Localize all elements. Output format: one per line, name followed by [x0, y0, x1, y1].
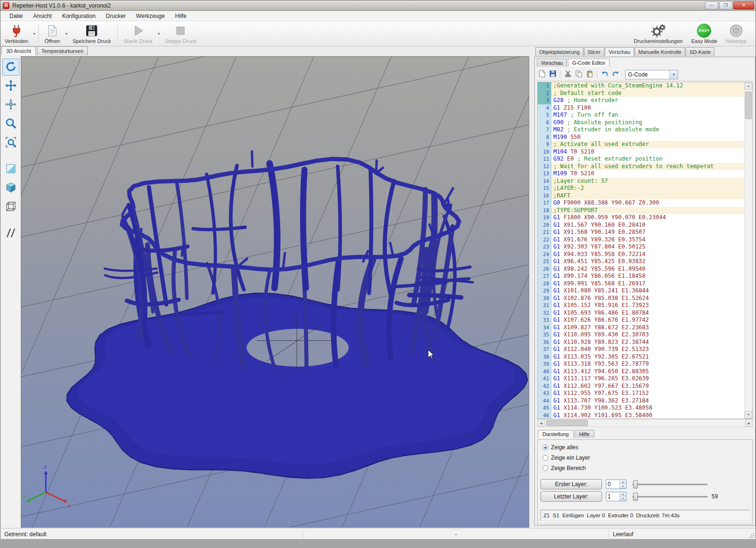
gcode-line[interactable]: 34G1 X109.827 Y88.672 E2.23683 [538, 324, 745, 332]
tab-3d-ansicht[interactable]: 3D Ansicht [1, 46, 36, 55]
easy-mode-button[interactable]: EASYEasy Mode [687, 21, 722, 46]
scroll-left-icon[interactable]: ◀ [537, 419, 545, 427]
gcode-line[interactable]: 23G1 X92.303 Y87.804 E0.50125 [538, 243, 745, 251]
slider-thumb[interactable] [633, 480, 638, 488]
tab-darstellung[interactable]: Darstellung [538, 430, 574, 438]
wireframe-view-button[interactable] [2, 198, 19, 215]
stop-print-button[interactable]: Stoppe Druck [161, 21, 201, 46]
gcode-line[interactable]: 37G1 X112.040 Y90.739 E2.51323 [538, 346, 745, 353]
gcode-line[interactable]: 6G90 ; Absolute positioning [538, 119, 745, 127]
spinner-arrows-icon[interactable]: ▲▼ [619, 480, 626, 488]
gcode-line[interactable]: 21G1 X91.568 Y90.149 E0.28507 [538, 229, 745, 236]
tab-sd-karte[interactable]: SD-Karte [686, 47, 714, 56]
gcode-line[interactable]: 17G0 F9000 X88.388 Y90.667 Z0.300 [538, 199, 745, 207]
cube-view-button[interactable] [2, 180, 19, 197]
last-layer-button[interactable]: Letzter Layer: [541, 491, 602, 502]
first-layer-button[interactable]: Erster Layer: [541, 479, 602, 489]
gcode-line[interactable]: 2; Default start code [538, 90, 745, 97]
gcode-line[interactable]: 38G1 X113.035 Y92.305 E2.67521 [538, 353, 745, 361]
gcode-type-dropdown[interactable]: G-Code ▼ [625, 70, 678, 79]
scroll-down-icon[interactable]: ▼ [745, 411, 752, 419]
gcode-line[interactable]: 10M104 T0 S210 [538, 148, 745, 156]
open-button[interactable]: Öffnen [41, 21, 65, 46]
radio-zeige-bereich[interactable]: Zeige Bereich [542, 464, 586, 472]
save-gcode-button[interactable] [548, 69, 558, 79]
gcode-line[interactable]: 43G1 X112.955 Y97.675 E3.17152 [538, 390, 745, 397]
gcode-line[interactable]: 4G1 Z15 F100 [538, 104, 745, 112]
hscroll-thumb[interactable] [546, 420, 588, 426]
menu-hilfe[interactable]: Hilfe [170, 11, 192, 21]
emergency-stop-button[interactable]: Notstopp [722, 21, 751, 46]
tab-objektplatzierung[interactable]: Objektplatzierung [535, 47, 584, 56]
gcode-line[interactable]: 24G1 X94.033 Y85.958 E0.72214 [538, 251, 745, 258]
save-print-button[interactable]: Speichere Druck [68, 21, 115, 46]
new-gcode-button[interactable] [537, 69, 547, 79]
zoom-button[interactable] [2, 115, 19, 132]
start-print-button[interactable]: Starte Druck [120, 21, 157, 46]
subtab-vorschau[interactable]: Vorschau [537, 59, 567, 67]
gcode-editor[interactable]: 1;Generated with Cura_SteamEngine 14.122… [537, 82, 753, 419]
gcode-line[interactable]: 45G1 X114.730 Y100.523 E3.48058 [538, 404, 745, 412]
gcode-line[interactable]: 26G1 X98.242 Y85.596 E1.09540 [538, 265, 745, 273]
gcode-line[interactable]: 25G1 X96.451 Y85.425 E0.93832 [538, 258, 745, 265]
gcode-line[interactable]: 32G1 X105.693 Y86.486 E1.80784 [538, 309, 745, 317]
gcode-line[interactable]: 7M82 ; Extruder in absolute mode [538, 126, 745, 134]
gcode-line[interactable]: 27G1 X99.174 Y86.056 E1.18458 [538, 273, 745, 280]
gcode-line[interactable]: 15;LAYER:-2 [538, 185, 745, 192]
gcode-line[interactable]: 40G1 X113.412 Y94.650 E2.88305 [538, 368, 745, 376]
gcode-line[interactable]: 19G1 F1800 X90.959 Y90.070 E0.23044 [538, 214, 745, 222]
close-button[interactable]: ✕ [733, 1, 754, 9]
subtab-g-code-editor[interactable]: G-Code Editor [568, 59, 610, 67]
viewport-3d[interactable]: zxY [21, 57, 529, 527]
undo-button[interactable] [600, 69, 610, 79]
gcode-line[interactable]: 35G1 X110.095 Y89.430 E2.30703 [538, 331, 745, 339]
first-layer-slider[interactable] [632, 480, 708, 488]
zoom-fit-button[interactable] [2, 134, 19, 151]
spinner-arrows-icon[interactable]: ▲▼ [619, 492, 626, 501]
gcode-line[interactable]: 14;Layer count: 57 [538, 178, 745, 185]
gcode-line[interactable]: 20G1 X91.567 Y90.160 E0.28410 [538, 222, 745, 229]
tab-vorschau[interactable]: Vorschau [605, 47, 634, 56]
radio-zeige-ein-layer[interactable]: Zeige ein Layer [542, 454, 590, 462]
menu-drucker[interactable]: Drucker [101, 11, 131, 21]
gcode-line[interactable]: 8M190 S50 [538, 134, 745, 141]
gcode-line[interactable]: 42G1 X112.602 Y97.667 E3.15679 [538, 383, 745, 390]
gcode-line[interactable]: 16;RAFT [538, 192, 745, 200]
gcode-line[interactable]: 28G1 X99.991 Y85.568 E1.26917 [538, 280, 745, 288]
gcode-line[interactable]: 29G1 X101.080 Y85.241 E1.36844 [538, 287, 745, 295]
last-layer-slider[interactable] [632, 492, 708, 501]
maximize-button[interactable]: ❐ [719, 1, 732, 9]
tab-slicer[interactable]: Slicer [584, 47, 605, 56]
radio-zeige-alles[interactable]: Zeige alles [542, 444, 578, 451]
first-layer-spinner[interactable]: 0 ▲▼ [606, 480, 627, 489]
gcode-line[interactable]: 1;Generated with Cura_SteamEngine 14.12 [538, 82, 745, 90]
parallel-projection-button[interactable] [2, 225, 19, 242]
scroll-right-icon[interactable]: ▶ [745, 419, 753, 427]
tab-manuelle-kontrolle[interactable]: Manuelle Kontrolle [635, 47, 685, 56]
menu-ansicht[interactable]: Ansicht [28, 11, 57, 21]
dropdown-arrow-icon[interactable]: ▾ [157, 32, 161, 36]
connect-button[interactable]: Verbinden [0, 21, 33, 46]
gcode-line[interactable]: 22G1 X91.676 Y89.326 E0.35754 [538, 236, 745, 244]
dropdown-arrow-icon[interactable]: ▾ [33, 32, 36, 36]
gcode-line[interactable]: 46G1 X114.902 Y101.695 E3.58400 [538, 412, 745, 420]
gcode-line[interactable]: 44G1 X113.707 Y98.362 E3.27184 [538, 397, 745, 405]
gcode-line[interactable]: 41G1 X113.117 Y96.265 E3.02639 [538, 375, 745, 383]
gcode-line[interactable]: 18;TYPE:SUPPORT [538, 207, 745, 214]
editor-vscrollbar[interactable]: ▲ ▼ [744, 82, 752, 419]
gcode-line[interactable]: 36G1 X110.928 Y89.823 E2.38744 [538, 339, 745, 346]
gcode-line[interactable]: 33G1 X107.626 Y86.676 E1.97742 [538, 317, 745, 324]
rotate-view-button[interactable] [2, 59, 19, 76]
gcode-line[interactable]: 39G1 X113.318 Y93.563 E2.78779 [538, 360, 745, 368]
dropdown-arrow-icon[interactable]: ▾ [64, 32, 68, 36]
gcode-line[interactable]: 12; Wait for all used extruders to reach… [538, 163, 745, 171]
vscroll-thumb[interactable] [745, 92, 752, 119]
move-object-button[interactable] [2, 96, 19, 113]
last-layer-spinner[interactable]: 1 ▲▼ [606, 492, 627, 501]
resize-grip[interactable] [748, 532, 755, 538]
gcode-line[interactable]: 31G1 X105.152 Y85.916 E1.73923 [538, 302, 745, 309]
cut-button[interactable] [563, 69, 573, 79]
tab-hilfe[interactable]: Hilfe [575, 430, 594, 438]
gcode-line[interactable]: 3G28 ; Home extruder [538, 97, 745, 104]
gcode-line[interactable]: 11G92 E0 ; Reset extruder position [538, 155, 745, 163]
